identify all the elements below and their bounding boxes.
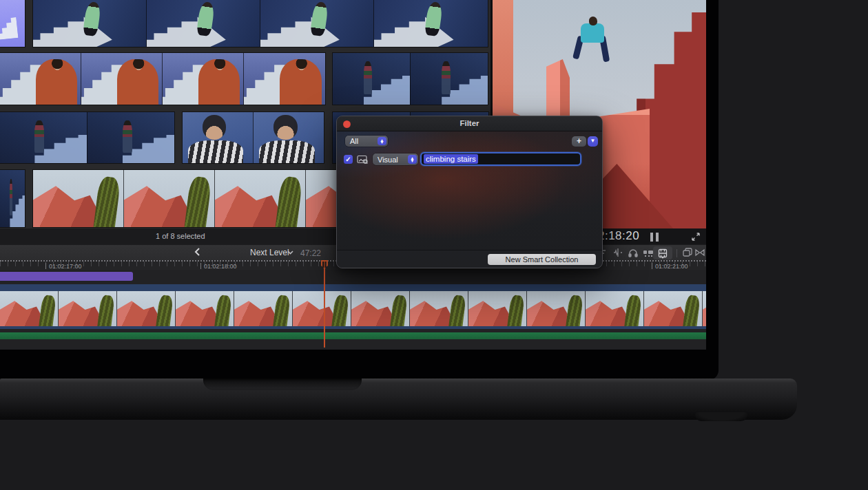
- browser-row: [0, 53, 490, 105]
- clip-thumbnail[interactable]: [0, 53, 325, 105]
- toolbar-separator: [676, 249, 677, 257]
- rubber-foot: [695, 412, 747, 421]
- timeline-frame: [703, 291, 706, 326]
- clip-thumbnail[interactable]: [0, 170, 25, 227]
- clip-frame: [0, 112, 87, 163]
- search-text-field[interactable]: climbing stairs: [420, 152, 581, 166]
- visual-search-icon: [357, 155, 369, 164]
- clip-frame: [33, 0, 147, 47]
- clip-frame: [333, 53, 411, 105]
- match-popup-value: All: [350, 137, 358, 145]
- clip-frame: [244, 53, 325, 105]
- new-smart-collection-button[interactable]: New Smart Collection: [488, 254, 596, 265]
- timeline-frame: [117, 291, 176, 326]
- rule-type-value: Visual: [378, 156, 398, 164]
- match-popup[interactable]: All ▲▼: [345, 136, 388, 147]
- rule-enabled-checkbox[interactable]: ✓: [344, 155, 353, 164]
- timeline-frame: [410, 291, 468, 326]
- clip-frame: [0, 0, 25, 47]
- viewer-image-person: [581, 23, 604, 43]
- stepper-icon: ▲▼: [378, 137, 386, 145]
- filter-dialog: Filter All ▲▼ + ▼ ✓ Visual ▲▼ climbing s…: [336, 116, 603, 268]
- playhead[interactable]: [324, 260, 325, 348]
- timeline-frame: [59, 291, 117, 326]
- dialog-title: Filter: [337, 119, 602, 127]
- selected-search-text: climbing stairs: [424, 154, 478, 164]
- clip-frame: [254, 112, 324, 163]
- rule-type-popup[interactable]: Visual ▲▼: [373, 153, 418, 165]
- timeline-back-chevron-icon[interactable]: [194, 248, 200, 256]
- timeline-video-clip[interactable]: [0, 284, 706, 329]
- add-rule-menu-button[interactable]: ▼: [588, 136, 598, 147]
- stepper-icon: ▲▼: [408, 155, 417, 164]
- transitions-browser-icon[interactable]: [694, 247, 705, 258]
- timeline-frame: [644, 291, 703, 326]
- timeline-pane: 01:02:17:00 01:02:18:00 01:02:21:00: [0, 260, 706, 350]
- timeline-audio-clip[interactable]: [0, 332, 706, 339]
- clip-frame: [147, 0, 260, 47]
- dialog-footer: New Smart Collection: [337, 250, 602, 268]
- timeline-frame: [527, 291, 586, 326]
- clip-frame: [81, 53, 163, 105]
- pause-icon[interactable]: [650, 233, 660, 242]
- macbook-base: [0, 379, 797, 420]
- timeline-frame: [586, 291, 644, 326]
- timeline-title-clip[interactable]: [0, 272, 133, 281]
- clip-thumbnail[interactable]: [0, 112, 174, 163]
- timeline-frame: [0, 291, 59, 326]
- clip-frame: [260, 0, 374, 47]
- lid-notch: [203, 379, 362, 390]
- ruler-timecode: 01:02:17:00: [49, 263, 82, 270]
- filmstrip-index-icon[interactable]: [657, 248, 668, 259]
- clip-thumbnail[interactable]: [333, 53, 488, 105]
- timeline-frame: [176, 291, 234, 326]
- project-chevron-down-icon[interactable]: [287, 251, 293, 255]
- dialog-titlebar[interactable]: Filter: [337, 116, 602, 131]
- add-rule-button[interactable]: +: [572, 136, 586, 147]
- timeline-frame: [468, 291, 527, 326]
- ruler-timecode: 01:02:18:00: [204, 263, 237, 270]
- audio-skimming-icon[interactable]: [612, 247, 623, 258]
- effects-browser-icon[interactable]: [682, 247, 693, 258]
- viewer-image-person: [589, 17, 597, 25]
- project-title[interactable]: Next Level: [250, 248, 289, 257]
- timeline-frame: [293, 291, 351, 326]
- viewer-image-pillar: [546, 59, 570, 121]
- clip-frame: [87, 112, 174, 163]
- clip-frame: [374, 0, 488, 47]
- solo-icon[interactable]: [628, 247, 639, 258]
- macbook-scene: 1 of 8 selected 02:18:20: [0, 0, 868, 490]
- clip-frame: [183, 112, 254, 163]
- timeline-frame: [234, 291, 293, 326]
- selection-count-label: 1 of 8 selected: [156, 232, 205, 240]
- timeline-frame: [351, 291, 410, 326]
- clip-frame: [411, 53, 488, 105]
- ruler-timecode: 01:02:21:00: [655, 263, 688, 270]
- project-duration: 47:22: [300, 248, 321, 258]
- clip-thumbnail[interactable]: [0, 0, 25, 47]
- timeline-filmstrip: [0, 291, 706, 326]
- clip-frame: [0, 53, 81, 105]
- clip-thumbnail[interactable]: [183, 112, 324, 163]
- clip-frame: [163, 53, 244, 105]
- clip-frame: [215, 170, 306, 227]
- browser-row: [0, 0, 490, 47]
- clip-frame: [33, 170, 124, 227]
- expand-icon[interactable]: [691, 232, 701, 242]
- clip-thumbnail[interactable]: [33, 0, 488, 47]
- clip-frame: [124, 170, 215, 227]
- snapping-icon[interactable]: [643, 247, 654, 258]
- clip-frame: [0, 170, 25, 227]
